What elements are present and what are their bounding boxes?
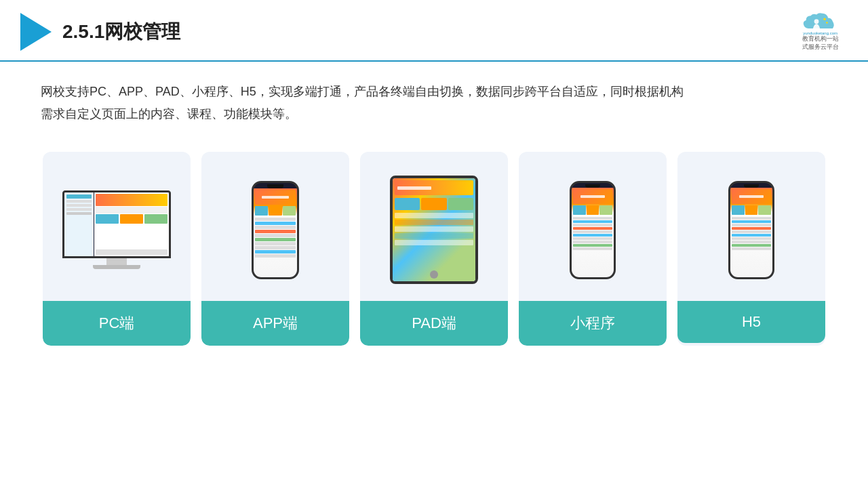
logo-area: yunduoketang.com 教育机构一站 式服务云平台 [800, 12, 841, 51]
app-image-area [201, 152, 349, 301]
pc-screen [62, 190, 171, 258]
pc-image-area [43, 152, 191, 301]
logo-tagline: 教育机构一站 [802, 35, 839, 43]
card-pc: PC端 [43, 152, 191, 346]
pad-label: PAD端 [360, 301, 508, 346]
logo-tagline2: 式服务云平台 [802, 43, 839, 52]
svg-point-0 [814, 19, 819, 24]
description-text: 网校支持PC、APP、PAD、小程序、H5，实现多端打通，产品各终端自由切换，数… [41, 81, 827, 125]
pc-base [93, 265, 140, 269]
header-left: 2.5.1网校管理 [20, 13, 180, 51]
page-title: 2.5.1网校管理 [62, 19, 180, 45]
card-mini: 小程序 [519, 152, 667, 346]
svg-point-2 [826, 22, 828, 24]
mini-image-area [519, 152, 667, 301]
pc-stand [106, 258, 127, 265]
card-h5: H5 [677, 152, 825, 346]
svg-point-1 [823, 18, 825, 20]
cards-container: PC端 [0, 131, 868, 346]
app-phone-mock [252, 181, 299, 279]
pc-label: PC端 [43, 301, 191, 346]
h5-phone-mock [728, 181, 774, 279]
mini-screen [572, 188, 614, 277]
description: 网校支持PC、APP、PAD、小程序、H5，实现多端打通，产品各终端自由切换，数… [0, 62, 868, 131]
h5-image-area [677, 152, 825, 301]
pc-device-mock [59, 190, 174, 269]
mini-phone-mock [570, 181, 616, 279]
logo-icon: yunduoketang.com [800, 12, 841, 37]
svg-text:yunduoketang.com: yunduoketang.com [803, 31, 837, 35]
card-pad: PAD端 [360, 152, 508, 346]
header: 2.5.1网校管理 yunduoketang.com 教育机构一站 式服务云平台 [0, 0, 868, 62]
h5-label: H5 [677, 301, 825, 343]
tablet-mock [390, 176, 478, 284]
card-app: APP端 [201, 152, 349, 346]
tablet-screen [393, 178, 475, 281]
h5-screen [730, 188, 772, 277]
pad-image-area [360, 152, 508, 301]
app-label: APP端 [201, 301, 349, 346]
mini-label: 小程序 [519, 301, 667, 346]
phone-screen [254, 188, 297, 277]
play-icon [20, 13, 52, 51]
